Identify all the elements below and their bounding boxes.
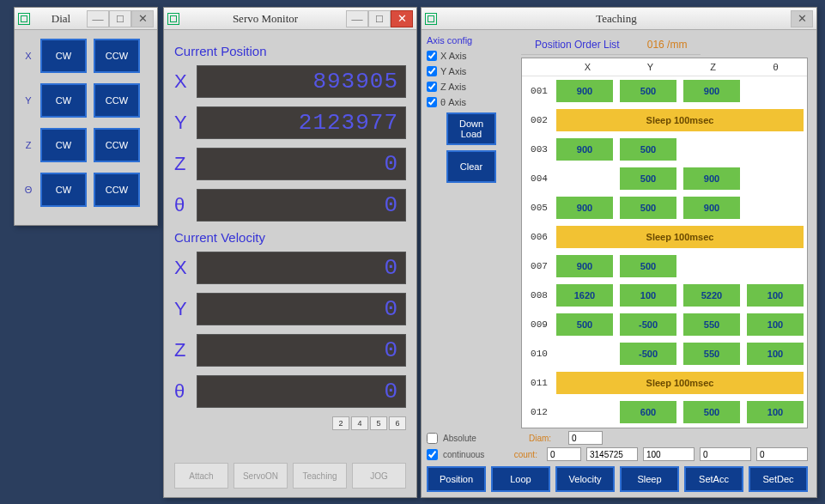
setacc-button[interactable]: SetAcc [684,466,743,492]
order-row[interactable]: 005900500900 [522,193,807,222]
absolute-checkbox[interactable] [427,433,438,444]
empty-cell [683,138,740,161]
value-cell: 500 [620,167,676,190]
velocity-axis-label: X [174,257,197,279]
clear-button[interactable]: Clear [446,150,496,183]
maximize-button[interactable]: □ [109,10,131,27]
value-cell: 900 [556,255,613,277]
axis-check-x-axis[interactable] [427,51,437,61]
page-button-2[interactable]: 2 [332,416,349,430]
row-index: 003 [522,144,556,155]
order-row[interactable]: 007900500 [522,252,807,281]
row-index: 012 [522,407,556,417]
param-field-4[interactable] [756,447,808,461]
order-row[interactable]: 004500900 [522,164,807,193]
download-button[interactable]: Down Load [446,112,496,145]
dial-window: Dial — □ ✕ XCWCCWYCWCCWZCWCCWΘCWCCW [14,7,158,226]
attach-button[interactable]: Attach [174,463,228,489]
info-unit: /mm [667,39,687,51]
page-button-6[interactable]: 6 [389,416,406,430]
app-icon [167,13,179,25]
setdec-button[interactable]: SetDec [749,466,808,492]
param-field-3[interactable] [700,447,751,461]
dial-axis-label: Z [20,140,37,150]
order-row[interactable]: 00816201005220100 [522,281,807,310]
close-button[interactable]: ✕ [791,10,813,27]
ccw-button-z[interactable]: CCW [94,128,140,162]
axis-check-z-axis[interactable] [427,82,437,92]
order-row[interactable]: 006Sleep 100msec [522,222,807,252]
ccw-button-y[interactable]: CCW [94,83,140,118]
position-axis-label: Z [174,153,197,175]
sleep-button[interactable]: Sleep [620,466,679,492]
page-button-5[interactable]: 5 [370,416,387,430]
axis-check-θ-axis[interactable] [427,97,437,107]
tab-position-order-list[interactable]: Position Order List [521,35,634,55]
value-cell: 900 [556,80,613,102]
row-index: 010 [522,349,556,359]
velocity-button[interactable]: Velocity [555,466,615,492]
servo-titlebar[interactable]: Servo Monitor — □ ✕ [164,8,416,30]
empty-cell [747,167,804,190]
cw-button-θ[interactable]: CW [40,173,87,207]
teaching-button[interactable]: Teaching [293,463,347,489]
velocity-readout-z: 0 [197,334,406,367]
velocity-readout-y: 0 [197,293,406,325]
axis-check-label: Y Axis [440,66,466,76]
maximize-button[interactable]: □ [368,10,391,27]
diam-field[interactable] [568,431,603,445]
order-row[interactable]: 001900500900 [522,76,807,106]
ccw-button-θ[interactable]: CCW [94,173,140,207]
order-row[interactable]: 002Sleep 100msec [522,106,807,135]
order-row[interactable]: 009500-500550100 [522,310,807,339]
dial-titlebar[interactable]: Dial — □ ✕ [15,8,157,30]
page-button-4[interactable]: 4 [351,416,368,430]
count-field[interactable] [547,447,581,461]
close-button[interactable]: ✕ [391,10,413,27]
value-cell: 900 [683,80,740,102]
list-header-cell [522,58,556,76]
teaching-titlebar[interactable]: Teaching ✕ [422,8,816,30]
jog-button[interactable]: JOG [352,463,406,489]
row-index: 005 [522,203,556,213]
value-cell: 900 [683,197,740,219]
dial-axis-label: X [20,51,37,61]
order-row[interactable]: 011Sleep 100msec [522,368,807,398]
param-field-1[interactable] [586,447,638,461]
position-button[interactable]: Position [427,466,486,492]
value-cell: -500 [620,313,676,336]
current-position-label: Current Position [174,44,406,58]
info-count: 016 [647,39,664,51]
value-cell: 500 [620,138,676,161]
current-velocity-label: Current Velocity [174,230,406,245]
minimize-button[interactable]: — [346,10,368,27]
sleep-bar: Sleep 100msec [556,226,804,248]
value-cell: 500 [683,401,740,423]
continuous-checkbox[interactable] [427,449,438,460]
dial-axis-label: Y [20,95,37,106]
cw-button-x[interactable]: CW [40,39,87,73]
position-readout-θ: 0 [197,189,406,222]
loop-button[interactable]: Loop [491,466,550,492]
velocity-axis-label: Y [174,298,197,320]
minimize-button[interactable]: — [87,10,109,27]
dial-title: Dial [35,12,87,26]
cw-button-z[interactable]: CW [40,128,87,162]
value-cell: 500 [620,197,676,219]
servoon-button[interactable]: ServoON [234,463,288,489]
count-label: count: [514,450,542,459]
param-field-2[interactable] [643,447,695,461]
ccw-button-x[interactable]: CCW [94,39,140,73]
order-row[interactable]: 003900500 [522,135,807,164]
close-button[interactable]: ✕ [131,10,154,27]
axis-check-y-axis[interactable] [427,66,437,76]
teaching-title: Teaching [442,12,791,26]
tab-info[interactable]: 016 /mm [634,35,701,55]
empty-cell [556,167,613,190]
order-row[interactable]: 010-500550100 [522,339,807,368]
order-row[interactable]: 012600500100 [522,398,807,425]
row-index: 002 [522,115,556,125]
cw-button-y[interactable]: CW [40,83,87,118]
order-list-scroll[interactable]: 001900500900002Sleep 100msec003900500004… [522,76,807,425]
absolute-label: Absolute [443,434,520,443]
